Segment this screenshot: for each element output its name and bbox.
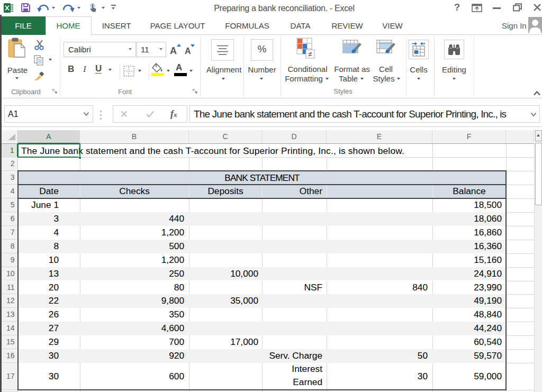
svg-text:≠: ≠ (308, 50, 312, 58)
